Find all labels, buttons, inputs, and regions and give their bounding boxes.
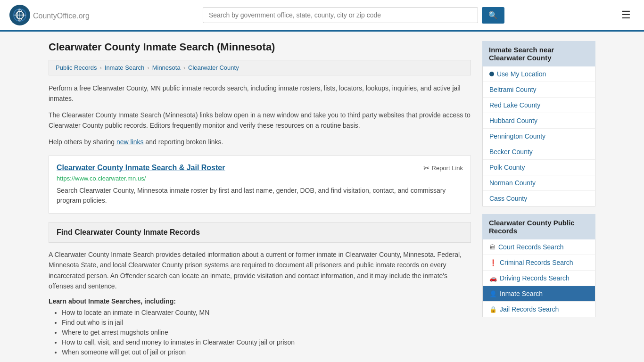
nearby-county-cass[interactable]: Cass County xyxy=(483,191,595,206)
page-title: Clearwater County Inmate Search (Minneso… xyxy=(49,41,471,53)
pr-criminal-records[interactable]: ❗Criminal Records Search xyxy=(483,255,595,271)
report-label: Report Link xyxy=(432,165,463,172)
driving-records-link[interactable]: Driving Records Search xyxy=(500,274,570,282)
use-my-location[interactable]: Use My Location xyxy=(483,66,595,82)
link-card-header: Clearwater County Inmate Search & Jail R… xyxy=(57,164,463,175)
breadcrumb-sep-2: › xyxy=(147,64,149,71)
pr-inmate-search[interactable]: 👤Inmate Search xyxy=(483,286,595,302)
breadcrumb-clearwater[interactable]: Clearwater County xyxy=(188,64,239,71)
header: CountyOffice.org 🔍 ☰ xyxy=(0,0,644,32)
jail-records-link[interactable]: Jail Records Search xyxy=(500,305,559,313)
description-3: Help others by sharing new links and rep… xyxy=(49,137,471,147)
desc3-suffix: and reporting broken links. xyxy=(144,138,223,146)
criminal-records-link[interactable]: Criminal Records Search xyxy=(500,259,573,266)
new-links-link[interactable]: new links xyxy=(116,138,144,146)
norman-link[interactable]: Norman County xyxy=(489,179,536,187)
bullet-list: How to locate an inmate in Clearwater Co… xyxy=(49,309,471,356)
breadcrumb-sep-1: › xyxy=(99,64,101,71)
link-card: Clearwater County Inmate Search & Jail R… xyxy=(49,156,471,214)
logo-suffix: .org xyxy=(76,12,90,20)
criminal-icon: ❗ xyxy=(489,259,497,266)
hubbard-link[interactable]: Hubbard County xyxy=(489,117,537,124)
breadcrumb-sep-3: › xyxy=(183,64,185,71)
link-card-url[interactable]: https://www.co.clearwater.mn.us/ xyxy=(57,175,463,182)
find-section-header: Find Clearwater County Inmate Records xyxy=(49,222,471,243)
find-section-heading: Find Clearwater County Inmate Records xyxy=(57,228,463,237)
nearby-county-list: Use My Location Beltrami County Red Lake… xyxy=(482,66,595,206)
pennington-link[interactable]: Pennington County xyxy=(489,132,545,140)
inmate-search-label: Inmate Search xyxy=(500,290,543,297)
search-area: 🔍 xyxy=(203,7,504,24)
list-item: Where to get arrest mugshots online xyxy=(62,329,471,336)
find-section-body: A Clearwater County Inmate Search provid… xyxy=(49,249,471,292)
report-link-button[interactable]: ✂ Report Link xyxy=(423,164,463,173)
left-column: Clearwater County Inmate Search (Minneso… xyxy=(49,41,471,362)
court-icon: 🏛 xyxy=(489,244,495,251)
search-input[interactable] xyxy=(203,7,478,23)
logo-area: CountyOffice.org xyxy=(9,5,90,25)
list-item: When someone will get out of jail or pri… xyxy=(62,348,471,356)
breadcrumb: Public Records › Inmate Search › Minneso… xyxy=(49,60,471,75)
inmate-icon: 👤 xyxy=(489,290,497,297)
use-location-label: Use My Location xyxy=(497,70,546,78)
breadcrumb-minnesota[interactable]: Minnesota xyxy=(152,64,181,71)
red-lake-link[interactable]: Red Lake County xyxy=(489,101,540,109)
hamburger-icon: ☰ xyxy=(621,9,631,21)
nearby-county-becker[interactable]: Becker County xyxy=(483,144,595,160)
pr-driving-records[interactable]: 🚗Driving Records Search xyxy=(483,271,595,286)
link-card-title[interactable]: Clearwater County Inmate Search & Jail R… xyxy=(57,164,225,172)
nearby-county-polk[interactable]: Polk County xyxy=(483,160,595,175)
nearby-county-pennington[interactable]: Pennington County xyxy=(483,129,595,144)
main-content: Clearwater County Inmate Search (Minneso… xyxy=(39,32,605,362)
beltrami-link[interactable]: Beltrami County xyxy=(489,86,537,93)
pr-jail-records[interactable]: 🔒Jail Records Search xyxy=(483,302,595,317)
learn-title: Learn about Inmate Searches, including: xyxy=(49,297,471,305)
breadcrumb-public-records[interactable]: Public Records xyxy=(56,64,97,71)
desc3-prefix: Help others by sharing xyxy=(49,138,116,146)
logo-text: CountyOffice.org xyxy=(33,10,90,21)
nearby-county-hubbard[interactable]: Hubbard County xyxy=(483,113,595,129)
public-records-section-header: Clearwater County Public Records xyxy=(482,214,595,239)
becker-link[interactable]: Becker County xyxy=(489,148,533,156)
logo-icon xyxy=(9,5,30,25)
nearby-county-red-lake[interactable]: Red Lake County xyxy=(483,98,595,113)
logo-main: CountyOffice xyxy=(33,12,76,20)
link-card-description: Search Clearwater County, Minnesota inma… xyxy=(57,186,463,206)
report-icon: ✂ xyxy=(423,164,429,173)
list-item: How to call, visit, and send money to in… xyxy=(62,338,471,346)
nearby-county-beltrami[interactable]: Beltrami County xyxy=(483,82,595,98)
cass-link[interactable]: Cass County xyxy=(489,195,527,202)
right-sidebar: Inmate Search near Clearwater County Use… xyxy=(482,41,595,362)
nearby-section-header: Inmate Search near Clearwater County xyxy=(482,41,595,66)
search-button[interactable]: 🔍 xyxy=(482,7,504,24)
description-1: Perform a free Clearwater County, MN pub… xyxy=(49,83,471,104)
polk-link[interactable]: Polk County xyxy=(489,164,525,171)
jail-icon: 🔒 xyxy=(489,306,497,313)
menu-button[interactable]: ☰ xyxy=(618,7,635,23)
list-item: Find out who is in jail xyxy=(62,319,471,326)
public-records-list: 🏛Court Records Search ❗Criminal Records … xyxy=(482,239,595,317)
pr-court-records[interactable]: 🏛Court Records Search xyxy=(483,239,595,255)
location-dot-icon xyxy=(489,72,494,76)
court-records-link[interactable]: Court Records Search xyxy=(498,243,564,251)
list-item: How to locate an inmate in Clearwater Co… xyxy=(62,309,471,316)
driving-icon: 🚗 xyxy=(489,275,497,282)
search-icon: 🔍 xyxy=(488,11,498,19)
nearby-county-norman[interactable]: Norman County xyxy=(483,175,595,191)
description-2: The Clearwater County Inmate Search (Min… xyxy=(49,110,471,131)
breadcrumb-inmate-search[interactable]: Inmate Search xyxy=(105,64,145,71)
